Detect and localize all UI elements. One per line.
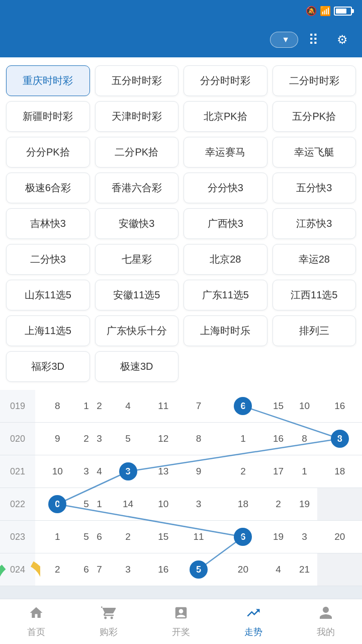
lottery-item-shandong-11x5[interactable]: 山东11选5 [6, 280, 90, 310]
lottery-item-erfen-pk[interactable]: 二分PK拾 [95, 137, 179, 168]
home-icon [29, 605, 44, 624]
lottery-item-fenfen-k3[interactable]: 分分快3 [184, 173, 267, 203]
trend-dropdown[interactable]: ▼ [270, 32, 298, 48]
user-icon [318, 605, 333, 624]
lottery-item-anhui-k3[interactable]: 安徽快3 [95, 208, 179, 239]
lottery-item-erfen[interactable]: 二分时时彩 [273, 65, 356, 96]
table-row: 01981241176151016 [0, 390, 362, 423]
lottery-item-beijing-pk[interactable]: 北京PK拾 [184, 101, 267, 132]
lottery-item-jiangxi-11x5[interactable]: 江西11选5 [273, 280, 356, 310]
data-cell: 6 [221, 521, 265, 553]
status-icons: 🔕 📶 [306, 6, 352, 17]
lottery-item-guangxi-k3[interactable]: 广西快3 [184, 208, 267, 239]
issue-cell: 021 [0, 455, 35, 488]
data-cell: 7 [93, 553, 106, 586]
lottery-item-guangdong-11x5[interactable]: 广东11选5 [184, 280, 267, 310]
data-cell: 5 [79, 488, 93, 521]
data-cell: 8 [35, 390, 79, 423]
lottery-item-xinjiang[interactable]: 新疆时时彩 [6, 101, 90, 132]
data-cell: 16 [150, 553, 176, 586]
table-row: 02315621511619320 [0, 521, 362, 553]
lottery-item-xianggang-6hc[interactable]: 香港六合彩 [95, 173, 179, 203]
data-cell: 0 [35, 488, 79, 521]
lottery-item-xingyu-feiting[interactable]: 幸运飞艇 [273, 137, 356, 168]
lottery-item-shanghai-11x5[interactable]: 上海11选5 [6, 315, 90, 346]
trend-icon [246, 605, 261, 624]
table-row: 02110343139217118 [0, 455, 362, 488]
lottery-item-wufen-k3[interactable]: 五分快3 [273, 173, 356, 203]
lottery-item-xingyu-saima[interactable]: 幸运赛马 [184, 137, 267, 168]
header: ▼ ⠿ ⚙ [0, 22, 362, 57]
data-cell: 1 [35, 521, 79, 553]
lottery-panel: 重庆时时彩五分时时彩分分时时彩二分时时彩新疆时时彩天津时时彩北京PK拾五分PK拾… [0, 57, 362, 390]
data-cell: 9 [176, 455, 221, 488]
lottery-item-beijing28[interactable]: 北京28 [184, 244, 267, 275]
data-cell: 19 [292, 488, 318, 521]
lottery-item-jiangsu-k3[interactable]: 江苏快3 [273, 208, 356, 239]
data-cell: 21 [292, 553, 318, 586]
bottom-nav: 首页购彩开奖走势我的 [0, 599, 362, 644]
data-cell: 3 [79, 455, 93, 488]
data-table: 0198124117615101602092351281168802110343… [0, 390, 362, 586]
bell-slash-icon: 🔕 [306, 6, 317, 17]
lottery-item-erfen-k3[interactable]: 二分快3 [6, 244, 90, 275]
data-cell: 4 [265, 553, 292, 586]
lottery-item-pailisan[interactable]: 排列三 [273, 315, 356, 346]
data-cell: 6 [79, 553, 93, 586]
nav-item-mine[interactable]: 我的 [290, 599, 362, 644]
data-cell: 5 [176, 553, 221, 586]
battery-icon [334, 7, 352, 16]
lottery-item-tianjin[interactable]: 天津时时彩 [95, 101, 179, 132]
issue-cell: 020 [0, 423, 35, 455]
data-cell: 20 [221, 553, 265, 586]
issue-cell: 019 [0, 390, 35, 423]
lottery-grid: 重庆时时彩五分时时彩分分时时彩二分时时彩新疆时时彩天津时时彩北京PK拾五分PK拾… [6, 65, 356, 382]
data-cell: 2 [265, 488, 292, 521]
lottery-item-wufen-pk[interactable]: 五分PK拾 [273, 101, 356, 132]
data-cell: 10 [292, 390, 318, 423]
nav-item-lottery[interactable]: 开奖 [145, 599, 217, 644]
nav-label-lottery: 开奖 [172, 626, 190, 638]
lottery-item-chongqing[interactable]: 重庆时时彩 [6, 65, 90, 96]
data-cell: 3 [292, 521, 318, 553]
data-cell: 9 [35, 423, 79, 455]
lottery-item-qixingcai[interactable]: 七星彩 [95, 244, 179, 275]
chevron-down-icon: ▼ [282, 35, 290, 44]
lottery-item-wufen[interactable]: 五分时时彩 [95, 65, 179, 96]
nav-label-home: 首页 [27, 626, 45, 638]
data-cell: 10 [150, 488, 176, 521]
issue-cell: 022 [0, 488, 35, 521]
lottery-item-shanghai-sshle[interactable]: 上海时时乐 [184, 315, 267, 346]
lottery-item-jisu3d[interactable]: 极速3D [95, 351, 179, 382]
data-cell: 2 [221, 455, 265, 488]
data-cell: 10 [35, 455, 79, 488]
nav-item-buy[interactable]: 购彩 [72, 599, 145, 644]
data-cell: 1 [292, 455, 318, 488]
lottery-item-guangdong-klsf[interactable]: 广东快乐十分 [95, 315, 179, 346]
data-cell: 2 [35, 553, 79, 586]
data-cell: 2 [79, 423, 93, 455]
table-wrapper: 0198124117615101602092351281168802110343… [0, 390, 362, 586]
lottery-item-jisu-6hc[interactable]: 极速6合彩 [6, 173, 90, 203]
lottery-item-anhui-11x5[interactable]: 安徽11选5 [95, 280, 179, 310]
lottery-item-fenfen-pk[interactable]: 分分PK拾 [6, 137, 90, 168]
gear-icon: ⚙ [337, 33, 348, 47]
nav-item-trend[interactable]: 走势 [217, 599, 290, 644]
data-cell: 6 [93, 521, 106, 553]
data-cell: 11 [176, 521, 221, 553]
data-cell: 3 [106, 455, 150, 488]
lottery-item-fenfen[interactable]: 分分时时彩 [184, 65, 267, 96]
table-row: 024267316520421 [0, 553, 362, 586]
trophy-icon [173, 605, 189, 624]
data-cell: 16 [317, 390, 362, 423]
status-bar: 🔕 📶 [0, 0, 362, 22]
nav-item-home[interactable]: 首页 [0, 599, 72, 644]
data-cell: 7 [176, 390, 221, 423]
lottery-item-xingyun28[interactable]: 幸运28 [273, 244, 356, 275]
lottery-item-jilin-k3[interactable]: 吉林快3 [6, 208, 90, 239]
data-cell: 3 [106, 553, 150, 586]
data-cell: 11 [150, 390, 176, 423]
data-cell: 19 [265, 521, 292, 553]
lottery-item-fucai3d[interactable]: 福彩3D [6, 351, 90, 382]
grid-icon: ⠿ [308, 32, 319, 48]
